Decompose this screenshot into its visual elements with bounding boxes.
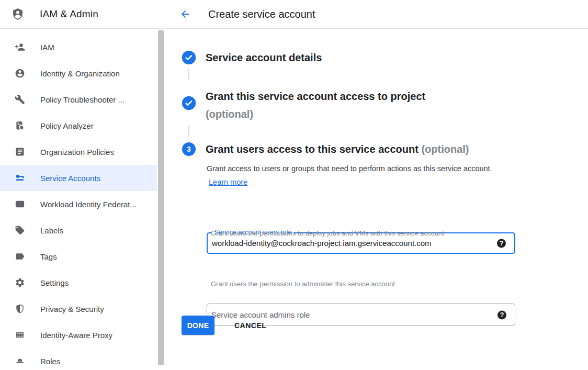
account-circle-icon <box>15 68 25 79</box>
sidebar-scrollbar-thumb[interactable] <box>158 30 164 365</box>
sidebar-item-label: Settings <box>40 278 69 287</box>
help-icon[interactable]: ? <box>497 239 506 248</box>
sidebar-item-label: Service Accounts <box>40 174 100 183</box>
person-add-icon <box>15 42 25 52</box>
sidebar-item-roles[interactable]: Roles <box>0 348 157 370</box>
done-button[interactable]: DONE <box>182 316 214 335</box>
sidebar-item-label: Workload Identity Federat... <box>40 200 137 209</box>
sidebar-item-iam[interactable]: IAM <box>0 34 157 60</box>
sidebar-item-label: Labels <box>40 226 63 235</box>
step-2-title-text: Grant this service account access to pro… <box>206 91 425 102</box>
sidebar-item-label: Identity-Aware Proxy <box>40 331 112 340</box>
sidebar-item-settings[interactable]: Settings <box>0 270 157 296</box>
topbar: Create service account <box>166 0 588 29</box>
sidebar-item-label: Privacy & Security <box>40 305 104 313</box>
step-connector <box>188 126 189 137</box>
admins-role-helper-text: Grant users the permission to administer… <box>211 280 395 288</box>
step-connector <box>188 69 189 80</box>
step-3-number: 3 <box>187 145 191 153</box>
sidebar-item-label: Roles <box>40 357 60 366</box>
sidebar-header: IAM & Admin <box>0 0 165 29</box>
sidebar-item-label: Policy Analyzer <box>40 121 94 130</box>
document-icon <box>15 147 25 157</box>
sidebar-item-labels[interactable]: Labels <box>0 217 157 243</box>
sidebar-item-policy-troubleshooter[interactable]: Policy Troubleshooter ... <box>0 86 157 113</box>
sidebar-item-identity-aware-proxy[interactable]: Identity-Aware Proxy <box>0 322 157 348</box>
sidebar-item-label: Policy Troubleshooter ... <box>40 95 125 104</box>
step-3-description: Grant access to users or groups that nee… <box>207 162 501 189</box>
tag-icon <box>15 225 25 236</box>
sidebar-item-label: IAM <box>40 43 54 52</box>
step-2-title[interactable]: Grant this service account access to pro… <box>206 87 478 123</box>
sidebar-item-service-accounts[interactable]: Service Accounts <box>0 165 157 191</box>
gear-icon <box>15 277 25 288</box>
learn-more-link[interactable]: Learn more <box>209 178 247 186</box>
proxy-grid-icon <box>15 330 25 340</box>
step-1-title[interactable]: Service account details <box>206 51 322 65</box>
shield-half-icon <box>15 304 25 314</box>
step-3-optional-label: (optional) <box>421 143 469 155</box>
sidebar-item-workload-identity-federation[interactable]: Workload Identity Federat... <box>0 191 157 217</box>
step-2-optional-label: (optional) <box>206 105 478 123</box>
iam-shield-icon <box>12 7 24 21</box>
back-arrow-icon[interactable] <box>179 8 191 20</box>
help-icon[interactable]: ? <box>497 310 506 319</box>
sidebar-nav: IAM Identity & Organization Policy Troub… <box>0 29 165 370</box>
main-panel: Create service account Service account d… <box>166 0 588 370</box>
label-arrow-icon <box>15 251 25 262</box>
step-2-complete-icon <box>182 96 196 110</box>
badge-card-icon <box>15 199 25 209</box>
sidebar-item-identity-organization[interactable]: Identity & Organization <box>0 60 157 86</box>
page-title: Create service account <box>208 8 315 20</box>
sidebar-item-label: Organization Policies <box>40 148 114 156</box>
sidebar-item-label: Tags <box>40 252 57 261</box>
sidebar-item-policy-analyzer[interactable]: Policy Analyzer <box>0 113 157 139</box>
hat-icon <box>15 356 25 366</box>
wrench-icon <box>15 94 25 105</box>
service-account-key-icon <box>15 173 25 183</box>
sidebar-item-organization-policies[interactable]: Organization Policies <box>0 139 157 165</box>
sidebar-item-tags[interactable]: Tags <box>0 243 157 270</box>
sidebar-item-label: Identity & Organization <box>40 69 120 78</box>
step-1-complete-icon <box>182 51 196 64</box>
app-title: IAM & Admin <box>40 8 98 20</box>
policy-analyzer-icon <box>15 120 25 131</box>
step-3-number-icon: 3 <box>182 142 196 156</box>
sidebar: IAM & Admin IAM Identity & Organization … <box>0 0 165 370</box>
step-3-title-text: Grant users access to this service accou… <box>206 143 419 155</box>
description-text: Grant access to users or groups that nee… <box>207 164 492 173</box>
users-role-helper-text: Grant users the permissions to deploy jo… <box>211 229 444 237</box>
sidebar-item-privacy-security[interactable]: Privacy & Security <box>0 296 157 322</box>
step-3-title: Grant users access to this service accou… <box>206 142 469 156</box>
cancel-button[interactable]: CANCEL <box>234 316 266 335</box>
